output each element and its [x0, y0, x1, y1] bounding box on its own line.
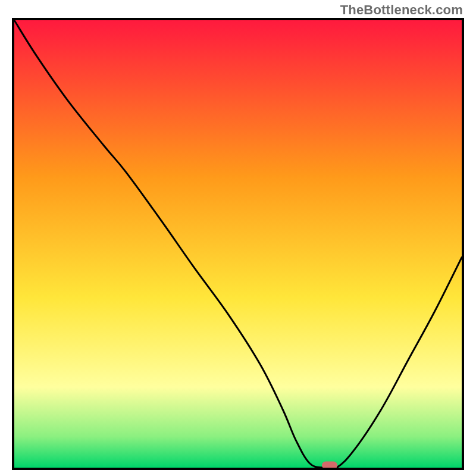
optimal-marker — [322, 462, 337, 469]
chart-curve — [14, 20, 462, 468]
bottleneck-curve-path — [14, 20, 462, 468]
chart-frame — [12, 18, 464, 470]
watermark-text: TheBottleneck.com — [340, 2, 463, 18]
